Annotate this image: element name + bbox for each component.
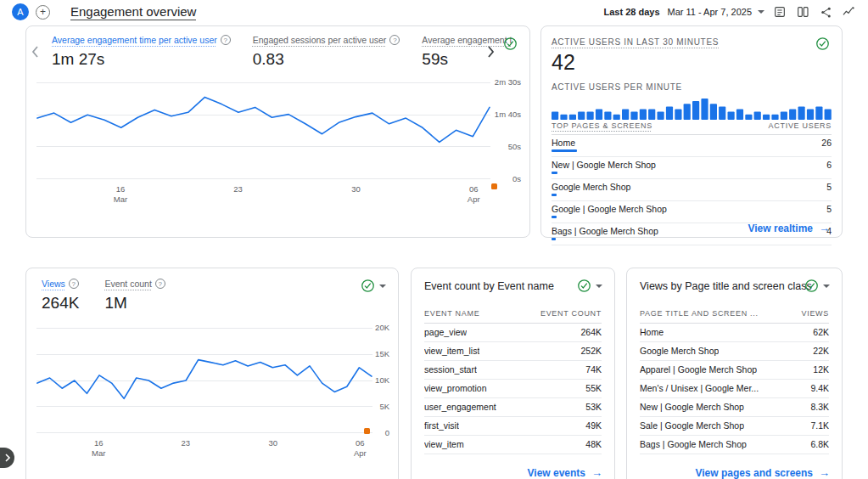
y-axis-label: 15K [375,349,389,358]
event-count: 252K [580,346,602,356]
table-row[interactable]: New | Google Merch Shop 6 [552,157,832,179]
anomaly-marker[interactable] [491,183,497,189]
date-range-selector[interactable]: Mar 11 - Apr 7, 2025 [668,7,752,17]
carousel-next-icon[interactable] [487,45,496,62]
metric-value: 0.83 [253,50,400,69]
engagement-line-chart[interactable] [36,82,490,179]
table-row[interactable]: Home 26 [552,135,832,157]
mini-bar [552,172,557,174]
page-name: Google | Google Merch Shop [552,204,832,214]
expand-sidebar-button[interactable] [0,448,14,468]
table-row[interactable]: Home62K [640,324,829,342]
chevron-down-icon [823,285,830,288]
view-events-link[interactable]: View events [528,466,602,479]
help-icon [389,35,400,45]
events-table: EVENT NAME EVENT COUNT page_view264K vie… [424,309,602,454]
table-row[interactable]: view_item48K [424,436,602,454]
metric-avg-engagement-truncated[interactable]: Average engagement tir 59s [422,35,512,69]
insights-icon[interactable] [841,4,856,20]
mini-bar [552,216,557,218]
x-axis-label: 16Mar [92,438,105,459]
views-value: 9.4K [810,383,829,393]
metric-value: 1m 27s [52,50,231,69]
view-pages-link[interactable]: View pages and screens [695,466,830,479]
data-quality-icon[interactable] [804,279,830,293]
page-name: New | Google Merch Shop [552,160,832,170]
table-row[interactable]: view_promotion55K [424,380,602,398]
views-chart-card: Views 264K Event count 1M 20K 15K 10K 5K… [25,268,399,479]
active-users-value: 6 [826,160,832,170]
metric-engaged-sessions[interactable]: Engaged sessions per active user 0.83 [253,35,400,69]
pages-table-card: Views by Page title and screen class PAG… [626,268,843,479]
metric-label: Average engagement time per active user [52,35,217,45]
event-count: 74K [585,364,602,375]
table-row[interactable]: Apparel | Google Merch Shop12K [640,361,829,380]
table-row[interactable]: first_visit49K [424,417,602,436]
view-realtime-link[interactable]: View realtime [748,222,831,234]
mini-bar [552,149,577,152]
y-axis-label: 50s [508,142,521,151]
table-row[interactable]: view_item_list252K [424,342,602,361]
data-quality-icon[interactable] [577,279,602,293]
chevron-down-icon [379,285,386,288]
x-axis-label: 23 [182,438,191,448]
table-row[interactable]: user_engagement53K [424,398,602,417]
table-row[interactable]: New | Google Merch Shop8.3K [640,398,829,417]
table-header: PAGE TITLE AND SCREEN ... VIEWS [640,309,829,324]
metric-views[interactable]: Views 264K [42,279,79,313]
x-axis-label: 30 [351,184,361,194]
event-count: 264K [580,327,602,337]
table-row[interactable]: Google | Google Merch Shop 5 [552,201,832,223]
table-row[interactable]: Google Merch Shop22K [640,342,829,361]
table-row[interactable]: page_view264K [424,324,602,342]
event-name: session_start [424,364,477,375]
mini-bar [552,194,557,196]
x-axis-label: 06Apr [468,184,480,206]
help-icon [221,35,231,45]
event-name: view_promotion [424,383,487,393]
share-icon[interactable] [818,4,833,20]
event-name: view_item_list [424,346,479,356]
column-header: PAGE TITLE AND SCREEN ... [640,309,759,318]
column-header: VIEWS [801,309,829,318]
metric-event-count[interactable]: Event count 1M [104,279,165,313]
page-title: Home [640,327,664,337]
views-value: 7.1K [810,420,829,431]
y-axis-label: 20K [375,323,389,332]
active-users-bar-chart[interactable] [552,98,833,120]
column-header: EVENT NAME [424,309,479,318]
table-row[interactable]: Men's / Unisex | Google Mer...9.4K [640,380,829,398]
table-row[interactable]: Bags | Google Merch Shop6.8K [640,436,829,454]
page-name: Home [552,138,832,148]
table-row[interactable]: Sale | Google Merch Shop7.1K [640,417,829,436]
views-line-chart[interactable] [36,328,372,433]
table-row[interactable]: Google Merch Shop 5 [552,179,832,201]
table-row[interactable]: session_start74K [424,361,602,380]
data-quality-icon[interactable] [815,37,830,51]
x-axis-label: 16Mar [114,184,127,206]
views-value: 6.8K [810,439,829,449]
chevron-down-icon[interactable] [758,10,764,14]
views-value: 8.3K [810,402,829,412]
data-quality-icon[interactable] [503,37,518,51]
x-axis: 16Mar 23 30 06Apr [36,438,372,459]
page-title: Bags | Google Merch Shop [640,439,747,449]
active-users-value: 26 [821,138,832,148]
anomaly-marker[interactable] [364,428,370,434]
report-title[interactable]: Engagement overview [70,4,196,20]
page-title: New | Google Merch Shop [640,402,744,412]
data-quality-icon[interactable] [361,279,386,293]
table-header: EVENT NAME EVENT COUNT [424,309,602,324]
y-axis-label: 1m 40s [495,110,521,119]
y-axis-label: 10K [375,375,389,385]
comparisons-icon[interactable] [795,4,810,20]
metric-avg-engagement-time[interactable]: Average engagement time per active user … [52,35,231,69]
views-value: 22K [813,346,829,356]
avatar[interactable]: A [12,3,29,20]
realtime-card: ACTIVE USERS IN LAST 30 MINUTES 42 ACTIV… [540,25,843,238]
add-button[interactable] [36,5,50,20]
carousel-prev-icon[interactable] [31,45,39,62]
notes-icon[interactable] [772,4,787,20]
page-title: Google Merch Shop [640,346,719,356]
metric-value: 59s [422,50,512,69]
